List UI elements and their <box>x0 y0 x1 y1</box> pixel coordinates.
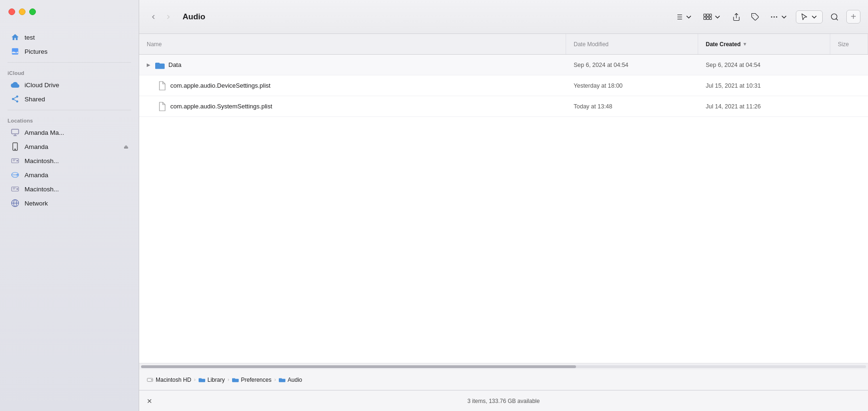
sidebar-item-macintosh1[interactable]: Macintosh... <box>3 154 136 168</box>
breadcrumb-preferences-label: Preferences <box>241 377 272 383</box>
breadcrumb-library[interactable]: Library <box>199 377 225 383</box>
file-date-modified-cell: Sep 6, 2024 at 04:54 <box>566 55 698 75</box>
home-icon <box>10 33 20 42</box>
file-date-created-cell: Jul 14, 2021 at 11:26 <box>698 96 830 116</box>
col-name-label: Name <box>147 41 162 48</box>
sidebar-favorites-section: test Pictures <box>0 28 139 60</box>
sidebar-item-test-label: test <box>25 34 128 41</box>
sidebar-item-amanda-phone[interactable]: Amanda ⏏ <box>3 140 136 154</box>
file-name: Data <box>168 61 181 68</box>
breadcrumb-preferences[interactable]: Preferences <box>232 377 272 383</box>
cloud-icon <box>10 80 20 90</box>
svg-rect-28 <box>709 17 711 19</box>
sidebar: test Pictures iCloud i <box>0 0 139 411</box>
sidebar-item-icloud-drive[interactable]: iCloud Drive <box>3 78 136 92</box>
sidebar-item-macintosh1-label: Macintosh... <box>25 157 128 164</box>
more-button[interactable] <box>767 11 791 23</box>
forward-button[interactable] <box>162 10 175 24</box>
file-list[interactable]: ▶ Data Sep 6, 2024 at 04:54 Sep 6, 2024 … <box>139 55 868 363</box>
share-button[interactable] <box>729 11 743 23</box>
view-list-button[interactable] <box>672 11 696 23</box>
path-sep-3: › <box>274 377 275 382</box>
search-button[interactable] <box>827 11 842 23</box>
folder-icon <box>155 60 165 70</box>
svg-point-33 <box>776 16 777 17</box>
col-header-date-modified[interactable]: Date Modified <box>566 34 698 54</box>
chevron-down-icon-4 <box>810 13 818 21</box>
breadcrumb-audio-label: Audio <box>288 377 302 383</box>
svg-point-9 <box>17 174 17 175</box>
toolbar-title: Audio <box>183 12 205 22</box>
scrollbar-track <box>141 365 866 368</box>
maximize-button[interactable] <box>29 8 36 15</box>
scrollbar-thumb[interactable] <box>141 365 576 368</box>
sidebar-item-macintosh2[interactable]: Macintosh... <box>3 182 136 196</box>
status-close-button[interactable]: ✕ <box>147 397 152 405</box>
file-date-created: Sep 6, 2024 at 04:54 <box>706 62 760 68</box>
col-header-date-created[interactable]: Date Created ▼ <box>698 34 830 54</box>
table-row[interactable]: com.apple.audio.DeviceSettings.plist Yes… <box>139 75 868 96</box>
col-date-modified-label: Date Modified <box>574 41 609 48</box>
sidebar-item-test[interactable]: test <box>3 30 136 44</box>
sidebar-item-amanda-drive[interactable]: Amanda <box>3 168 136 182</box>
sidebar-item-macintosh2-label: Macintosh... <box>25 186 128 193</box>
col-header-size[interactable]: Size <box>830 34 868 54</box>
disk-icon-2 <box>10 184 20 194</box>
svg-rect-24 <box>707 14 709 16</box>
file-date-created: Jul 15, 2021 at 10:31 <box>706 82 761 89</box>
action-button[interactable] <box>796 10 823 24</box>
disk-icon-1 <box>10 156 20 165</box>
breadcrumb-macintosh-hd[interactable]: Macintosh HD <box>147 377 191 383</box>
drive-icon <box>10 170 20 180</box>
breadcrumb-macintosh-hd-label: Macintosh HD <box>156 377 191 383</box>
sidebar-scroll[interactable]: test Pictures iCloud i <box>0 28 139 411</box>
sidebar-item-shared-label: Shared <box>25 96 128 103</box>
file-size-cell <box>830 75 868 96</box>
sidebar-item-pictures[interactable]: Pictures <box>3 44 136 58</box>
col-header-name[interactable]: Name <box>139 34 566 54</box>
eject-icon[interactable]: ⏏ <box>124 144 128 150</box>
back-button[interactable] <box>147 10 160 24</box>
traffic-lights <box>8 8 36 15</box>
sidebar-item-amanda-phone-label: Amanda <box>25 143 119 150</box>
path-bar: Macintosh HD › Library › Preferences › A… <box>139 370 868 390</box>
sidebar-locations-label: Locations <box>0 114 139 125</box>
pictures-icon <box>10 47 20 56</box>
table-row[interactable]: com.apple.audio.SystemSettings.plist Tod… <box>139 96 868 117</box>
breadcrumb-library-label: Library <box>208 377 225 383</box>
svg-rect-25 <box>709 14 711 16</box>
view-grid-button[interactable] <box>701 11 725 23</box>
file-date-modified-cell: Yesterday at 18:00 <box>566 75 698 96</box>
file-size-cell <box>830 55 868 75</box>
file-icon <box>157 81 167 90</box>
sidebar-divider-1 <box>8 62 131 63</box>
folder-small-icon-1 <box>199 377 205 383</box>
add-column-button[interactable]: + <box>846 10 860 24</box>
chevron-down-icon-3 <box>780 13 788 21</box>
tag-button[interactable] <box>748 11 762 23</box>
svg-point-4 <box>17 160 17 161</box>
breadcrumb-audio[interactable]: Audio <box>279 377 302 383</box>
file-icon <box>157 102 167 111</box>
svg-point-32 <box>774 16 775 17</box>
sidebar-divider-2 <box>8 110 131 110</box>
close-button[interactable] <box>8 8 15 15</box>
col-size-label: Size <box>838 41 849 48</box>
sidebar-item-amanda-ma[interactable]: Amanda Ma... <box>3 125 136 140</box>
sidebar-item-pictures-label: Pictures <box>25 48 128 55</box>
file-date-modified: Today at 13:48 <box>574 103 612 110</box>
sidebar-item-network[interactable]: Network <box>3 196 136 210</box>
network-icon <box>10 198 20 208</box>
sidebar-item-shared[interactable]: Shared <box>3 92 136 106</box>
cursor-icon <box>800 13 809 21</box>
horizontal-scrollbar[interactable] <box>139 363 868 370</box>
sidebar-item-icloud-drive-label: iCloud Drive <box>25 82 128 89</box>
minimize-button[interactable] <box>19 8 25 15</box>
folder-chevron-icon[interactable]: ▶ <box>147 62 150 67</box>
table-row[interactable]: ▶ Data Sep 6, 2024 at 04:54 Sep 6, 2024 … <box>139 55 868 75</box>
svg-rect-27 <box>707 17 709 19</box>
path-sep-2: › <box>227 377 229 382</box>
svg-point-31 <box>771 16 772 17</box>
col-date-created-label: Date Created <box>706 41 741 48</box>
svg-point-11 <box>17 189 17 189</box>
